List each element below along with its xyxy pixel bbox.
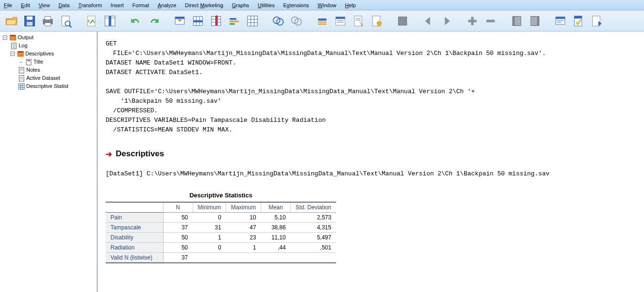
table-row: Tampascale37314738,864,315 [106, 223, 336, 233]
col-std: Std. Deviation [291, 202, 336, 213]
tree-label: Descriptives [25, 50, 54, 58]
toolbar-back-icon[interactable] [421, 13, 436, 29]
tree-label: Descriptive Statist [26, 82, 68, 90]
svg-rect-60 [557, 22, 561, 22]
svg-rect-14 [175, 17, 184, 19]
svg-rect-72 [26, 59, 31, 65]
tree-output[interactable]: − Output [3, 33, 96, 42]
toolbar-collapse-icon[interactable] [509, 13, 524, 29]
toolbar-goto-data-icon[interactable] [102, 13, 118, 29]
toolbar-insert-title-icon[interactable] [333, 13, 348, 29]
arrow-right-icon: ➔ [106, 150, 112, 159]
menu-file[interactable]: File [4, 2, 12, 8]
svg-rect-45 [356, 20, 361, 21]
toolbar-dialog-recall-icon[interactable] [172, 13, 187, 29]
toolbar-undo-icon[interactable] [128, 13, 143, 29]
menu-help[interactable]: Help [345, 2, 356, 8]
toolbar-expand-icon[interactable] [527, 13, 542, 29]
tree-title[interactable]: → Title [18, 58, 96, 66]
tree-label: Active Dataset [26, 74, 60, 82]
menu-data[interactable]: Data [58, 2, 69, 8]
toolbar-select-icon[interactable] [271, 13, 286, 29]
toolbar-open-icon[interactable] [4, 13, 19, 29]
svg-rect-58 [556, 17, 565, 19]
active-marker-icon: → [18, 58, 23, 66]
toolbar-insert-heading-icon[interactable] [315, 13, 330, 29]
svg-rect-54 [514, 16, 521, 25]
dataset-path: [DataSet1] C:\Users\MWHeymans\Martijn_Mi… [106, 170, 636, 177]
section-heading-descriptives: ➔ Descriptives [106, 149, 636, 159]
menu-view[interactable]: View [39, 2, 50, 8]
tree-label: Log [19, 42, 27, 50]
col-n: N [163, 202, 193, 213]
menu-insert[interactable]: Insert [110, 2, 124, 8]
toolbar-run-script-icon[interactable] [589, 13, 604, 29]
svg-rect-21 [215, 16, 218, 25]
collapse-icon[interactable]: − [3, 35, 7, 40]
tree-log[interactable]: Log [11, 42, 96, 50]
svg-rect-37 [318, 21, 327, 22]
menu-transform[interactable]: Transform [78, 2, 102, 8]
toolbar-variables-icon[interactable] [227, 13, 242, 29]
output-viewer[interactable]: GET FILE='C:\Users\MWHeymans\Martijn_Mis… [98, 32, 644, 292]
collapse-icon[interactable]: − [11, 52, 15, 56]
toolbar-insert-new-text-icon[interactable]: + [369, 13, 384, 29]
tree-label: Output [18, 33, 33, 42]
toolbar-selection-disabled-icon[interactable] [289, 13, 304, 29]
svg-rect-24 [229, 18, 236, 20]
svg-rect-56 [531, 16, 537, 25]
toolbar-print-icon[interactable] [40, 13, 55, 29]
tree-label: Notes [26, 66, 40, 74]
table-row: Radiation5001,44,501 [106, 243, 336, 253]
toolbar-export-icon[interactable] [84, 13, 99, 29]
tree-descriptives[interactable]: − Descriptives [11, 50, 96, 58]
svg-rect-36 [318, 18, 327, 20]
toolbar-insert-text-icon[interactable] [351, 13, 366, 29]
toolbar-save-icon[interactable] [22, 13, 37, 29]
tree-label: Title [33, 58, 43, 66]
svg-line-8 [69, 25, 71, 27]
descriptive-statistics-table: Descriptive Statistics N Minimum Maximum… [106, 192, 336, 263]
table-row: Disability5012311,105,497 [106, 233, 336, 243]
svg-rect-71 [18, 51, 23, 53]
menu-edit[interactable]: Edit [21, 2, 30, 8]
svg-rect-62 [574, 16, 582, 18]
tree-active-dataset[interactable]: Active Dataset [18, 74, 96, 82]
syntax-log: GET FILE='C:\Users\MWHeymans\Martijn_Mis… [106, 39, 636, 135]
menu-utilities[interactable]: Utilities [258, 2, 274, 8]
toolbar-goto-case-icon[interactable] [190, 13, 206, 29]
toolbar-remove-icon[interactable] [483, 13, 498, 29]
table-row: Pain500105,102,573 [106, 213, 336, 223]
menu-direct-marketing[interactable]: Direct Marketing [185, 2, 223, 8]
toolbar-goto-variable-icon[interactable] [208, 13, 224, 29]
toolbar-redo-icon[interactable] [146, 13, 162, 29]
svg-rect-73 [27, 60, 30, 61]
svg-rect-70 [18, 52, 23, 56]
toolbar-run-pending-icon[interactable] [395, 13, 410, 29]
svg-rect-43 [354, 16, 362, 26]
menu-window[interactable]: Window [317, 2, 336, 8]
menu-format[interactable]: Format [132, 2, 149, 8]
svg-rect-59 [557, 20, 564, 21]
menu-extensions[interactable]: Extensions [284, 2, 309, 8]
svg-rect-38 [318, 23, 327, 25]
svg-rect-1 [27, 16, 33, 20]
menu-analyze[interactable]: Analyze [158, 2, 176, 8]
tree-notes[interactable]: Notes [18, 66, 96, 74]
svg-rect-80 [19, 84, 24, 89]
outline-tree[interactable]: − Output Log − Descriptives [0, 32, 98, 292]
menu-graphs[interactable]: Graphs [232, 2, 249, 8]
toolbar-script-icon[interactable] [571, 13, 586, 29]
table-caption: Descriptive Statistics [106, 192, 336, 202]
toolbar-add-icon[interactable] [465, 13, 480, 29]
col-min: Minimum [193, 202, 226, 213]
svg-rect-4 [45, 16, 51, 20]
col-max: Maximum [226, 202, 261, 213]
svg-rect-52 [486, 20, 495, 22]
tree-descriptive-statistics[interactable]: Descriptive Statist [18, 82, 96, 90]
col-mean: Mean [261, 202, 291, 213]
toolbar-insert-cases-icon[interactable] [245, 13, 260, 29]
toolbar-designate-icon[interactable] [553, 13, 568, 29]
toolbar-print-preview-icon[interactable] [58, 13, 74, 29]
toolbar-forward-icon[interactable] [439, 13, 454, 29]
